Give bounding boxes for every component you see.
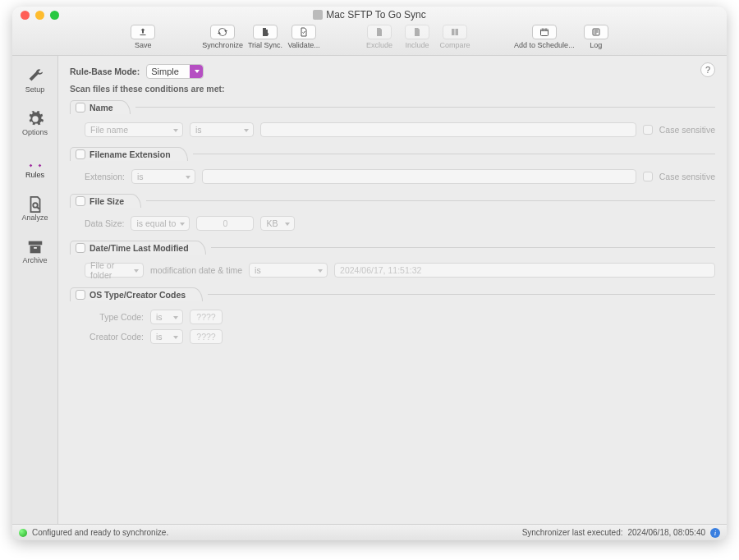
size-label: Data Size: — [85, 218, 124, 228]
app-window: Mac SFTP To Go Sync Save Synchronize Tri… — [12, 7, 727, 540]
size-enable-checkbox[interactable] — [76, 196, 85, 206]
section-ext-title: Filename Extension — [90, 149, 171, 159]
creator-op-select[interactable]: is — [150, 329, 183, 344]
synchronize-button[interactable]: Synchronize — [202, 25, 243, 49]
os-enable-checkbox[interactable] — [76, 290, 85, 300]
svg-rect-5 — [30, 246, 40, 253]
branch-icon — [26, 153, 44, 171]
type-op-select[interactable]: is — [150, 310, 183, 324]
ext-case-checkbox[interactable] — [643, 172, 653, 181]
section-size: File Size Data Size: is equal to 0 KB — [70, 194, 715, 234]
close-window-button[interactable] — [21, 11, 30, 20]
exclude-button: Exclude — [363, 25, 396, 49]
section-name: Name File name is Case sensitive — [70, 100, 715, 140]
save-button[interactable]: Save — [126, 25, 159, 49]
add-schedule-button[interactable]: Add to Schedule... — [514, 25, 575, 49]
window-title-text: Mac SFTP To Go Sync — [326, 9, 426, 21]
creator-code-label: Creator Code: — [85, 332, 144, 342]
date-operator-select[interactable]: is — [249, 263, 328, 278]
save-icon — [138, 27, 148, 37]
ext-operator-select[interactable]: is — [131, 169, 195, 184]
creator-value-input[interactable]: ???? — [190, 329, 223, 344]
document-icon — [313, 10, 323, 20]
size-operator-select[interactable]: is equal to — [131, 216, 190, 231]
status-left-text: Configured and ready to synchronize. — [32, 528, 168, 537]
sidebar-item-analyze[interactable]: Analyze — [12, 192, 57, 225]
ext-enable-checkbox[interactable] — [76, 149, 85, 159]
main-area: Setup Options Rules Analyze Archive ? — [12, 56, 727, 524]
svg-rect-4 — [28, 241, 42, 246]
section-date: Date/Time Last Modified File or folder m… — [70, 241, 715, 281]
name-case-label: Case sensitive — [659, 125, 715, 135]
sidebar-item-setup[interactable]: Setup — [12, 64, 57, 97]
window-title: Mac SFTP To Go Sync — [12, 9, 727, 21]
include-button: Include — [401, 25, 434, 49]
ext-value-input[interactable] — [202, 169, 636, 184]
section-os-title: OS Type/Creator Codes — [90, 290, 186, 300]
content-pane: ? Rule-Base Mode: Simple Scan files if t… — [58, 56, 727, 524]
sidebar-item-archive[interactable]: Archive — [12, 235, 57, 268]
status-bar: Configured and ready to synchronize. Syn… — [12, 524, 727, 540]
gear-icon — [26, 110, 44, 128]
wrench-icon — [26, 67, 44, 85]
svg-rect-6 — [34, 247, 37, 249]
window-controls[interactable] — [21, 11, 59, 20]
archive-icon — [26, 238, 44, 256]
calendar-icon — [539, 27, 549, 37]
name-value-input[interactable] — [260, 122, 636, 137]
compare-icon — [450, 27, 460, 37]
size-value-input[interactable]: 0 — [196, 216, 254, 231]
ext-label: Extension: — [85, 172, 125, 181]
exclude-icon — [374, 27, 384, 37]
status-right-label: Synchronizer last executed: — [522, 528, 623, 537]
info-icon[interactable]: i — [710, 528, 720, 538]
date-enable-checkbox[interactable] — [76, 243, 85, 253]
sidebar-item-options[interactable]: Options — [12, 107, 57, 140]
toolbar: Save Synchronize Trial Sync. Validate...… — [12, 23, 727, 55]
date-attribute-label: modification date & time — [150, 265, 242, 275]
section-name-title: Name — [90, 103, 113, 112]
minimize-window-button[interactable] — [35, 11, 44, 20]
section-os-codes: OS Type/Creator Codes Type Code: is ????… — [70, 287, 715, 347]
titlebar: Mac SFTP To Go Sync Save Synchronize Tri… — [12, 7, 727, 56]
validate-button[interactable]: Validate... — [287, 25, 320, 49]
scan-conditions-label: Scan files if these conditions are met: — [70, 84, 715, 94]
log-icon — [591, 27, 601, 37]
svg-rect-1 — [540, 30, 548, 36]
zoom-window-button[interactable] — [50, 11, 59, 20]
log-button[interactable]: Log — [580, 25, 613, 49]
type-value-input[interactable]: ???? — [190, 310, 223, 324]
validate-icon — [299, 27, 309, 37]
synchronize-icon — [218, 27, 227, 37]
name-field-select[interactable]: File name — [85, 122, 183, 137]
rule-base-mode-select[interactable]: Simple — [146, 64, 204, 79]
name-enable-checkbox[interactable] — [76, 103, 85, 112]
svg-point-0 — [265, 33, 269, 36]
sidebar-item-rules[interactable]: Rules — [12, 149, 57, 182]
status-indicator-icon — [19, 529, 27, 537]
trial-sync-icon — [260, 27, 270, 37]
date-value-input[interactable]: 2024/06/17, 11:51:32 — [334, 263, 715, 278]
name-operator-select[interactable]: is — [190, 122, 254, 137]
magnifier-document-icon — [26, 195, 44, 213]
size-unit-select[interactable]: KB — [260, 216, 295, 231]
ext-case-label: Case sensitive — [659, 172, 715, 181]
status-right-time: 2024/06/18, 08:05:40 — [627, 528, 705, 537]
trial-sync-button[interactable]: Trial Sync. — [248, 25, 282, 49]
name-case-checkbox[interactable] — [643, 125, 653, 135]
section-size-title: File Size — [90, 196, 124, 206]
include-icon — [412, 27, 422, 37]
compare-button: Compare — [438, 25, 471, 49]
rule-base-label: Rule-Base Mode: — [70, 67, 140, 76]
section-extension: Filename Extension Extension: is Case se… — [70, 147, 715, 187]
help-button[interactable]: ? — [700, 62, 715, 77]
date-target-select[interactable]: File or folder — [85, 263, 144, 278]
type-code-label: Type Code: — [85, 312, 144, 322]
sidebar: Setup Options Rules Analyze Archive — [12, 56, 58, 524]
section-date-title: Date/Time Last Modified — [90, 243, 189, 253]
